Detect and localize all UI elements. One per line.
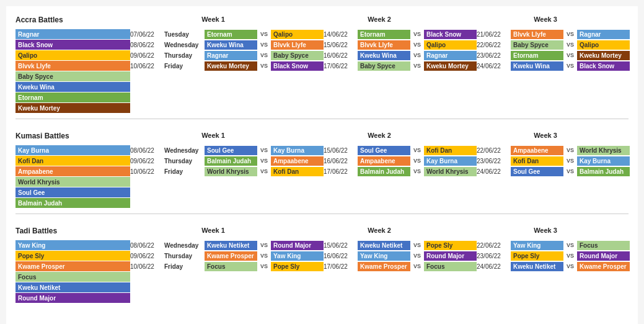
match-date: 17/06/22 <box>324 63 358 70</box>
week-label-kumasi-0: Week 1 <box>130 132 296 143</box>
match-date: 22/06/22 <box>477 42 511 48</box>
match-vs: VS <box>257 147 271 153</box>
match-day: Wednesday <box>164 42 205 48</box>
match-vs: VS <box>410 242 424 248</box>
match-team2: Ragnar <box>577 30 630 39</box>
match-date: 15/06/22 <box>324 42 358 48</box>
match-date: 14/06/22 <box>324 31 358 38</box>
match-team2: Black Snow <box>271 61 324 71</box>
match-date: 08/06/22 <box>130 242 164 249</box>
week-matches-kumasi-1: 15/06/22Soul GeeVSKofi Dan16/06/22Ampaab… <box>324 145 477 209</box>
match-vs: VS <box>410 168 424 174</box>
section-accra: Accra BattlesWeek 1Week 2Week 3RagnarBla… <box>15 16 629 119</box>
page-container: Accra BattlesWeek 1Week 2Week 3RagnarBla… <box>6 6 638 324</box>
player-etornam: Etornam <box>15 92 130 102</box>
match-team2: Round Major <box>577 251 630 261</box>
match-day: Friday <box>164 63 205 70</box>
match-team2: World Khrysis <box>424 167 477 176</box>
week-label-tadi-0: Week 1 <box>130 227 296 238</box>
match-vs: VS <box>563 42 577 48</box>
player-kofi-dan: Kofi Dan <box>15 156 130 166</box>
player-baby-spyce: Baby Spyce <box>15 71 130 81</box>
match-team1: Kweku Wina <box>511 61 563 71</box>
player-balmain-judah: Balmain Judah <box>15 198 130 208</box>
match-date: 23/06/22 <box>477 158 511 164</box>
match-team1: Kweku Wina <box>205 40 257 50</box>
match-team1: Soul Gee <box>358 146 410 155</box>
match-team1: Soul Gee <box>511 167 563 176</box>
match-row: 08/06/22WednesdayKweku WinaVSBlvvk Llyfe <box>130 40 324 50</box>
body-row-accra: RagnarBlack SnowQalipoBlvvk LlyfeBaby Sp… <box>15 29 629 114</box>
player-pope-sly: Pope Sly <box>15 251 130 261</box>
match-date: 09/06/22 <box>130 253 164 259</box>
match-date: 10/06/22 <box>130 63 164 70</box>
section-tadi: Tadi BattlesWeek 1Week 2Week 3Yaw KingPo… <box>15 227 629 304</box>
match-row: 10/06/22FridayKweku MorteyVSBlack Snow <box>130 61 324 71</box>
match-team1: Blvvk Llyfe <box>511 30 563 39</box>
player-qalipo: Qalipo <box>15 50 130 60</box>
match-row: 23/06/22EtornamVSKweku Mortey <box>477 50 630 60</box>
match-team1: Baby Spyce <box>511 40 563 50</box>
match-team1: Yaw King <box>358 251 410 261</box>
match-date: 10/06/22 <box>130 263 164 270</box>
week-matches-kumasi-2: 22/06/22AmpaabeneVSWorld Khrysis23/06/22… <box>477 145 630 209</box>
player-kay-burna: Kay Burna <box>15 145 130 155</box>
match-team1: Ampaabene <box>358 156 410 166</box>
match-row: 17/06/22Balmain JudahVSWorld Khrysis <box>324 166 477 176</box>
section-kumasi: Kumasi BattlesWeek 1Week 2Week 3Kay Burn… <box>15 132 629 214</box>
week-matches-tadi-1: 15/06/22Kweku NetiketVSPope Sly16/06/22Y… <box>324 240 477 304</box>
match-vs: VS <box>563 242 577 248</box>
match-team1: Etornam <box>511 51 563 60</box>
match-date: 09/06/22 <box>130 158 164 164</box>
player-kweku-mortey: Kweku Mortey <box>15 103 130 113</box>
match-team2: Baby Spyce <box>271 51 324 60</box>
match-team2: World Khrysis <box>577 146 630 155</box>
match-date: 09/06/22 <box>130 52 164 59</box>
week-label-tadi-1: Week 2 <box>296 227 462 238</box>
player-blvvk-llyfe: Blvvk Llyfe <box>15 61 130 71</box>
match-row: 22/06/22Baby SpyceVSQalipo <box>477 40 630 50</box>
week-label-kumasi-1: Week 2 <box>296 132 462 143</box>
match-date: 10/06/22 <box>130 168 164 175</box>
match-vs: VS <box>563 253 577 259</box>
body-row-tadi: Yaw KingPope SlyKwame ProsperFocusKweku … <box>15 240 629 304</box>
week-label-accra-0: Week 1 <box>130 16 296 27</box>
match-row: 08/06/22WednesdaySoul GeeVSKay Burna <box>130 145 324 155</box>
match-vs: VS <box>410 253 424 259</box>
match-team2: Round Major <box>424 251 477 261</box>
players-col-kumasi: Kay BurnaKofi DanAmpaabeneWorld KhrysisS… <box>15 145 130 209</box>
match-team1: Blvvk Llyfe <box>358 40 410 50</box>
match-team2: Ragnar <box>424 51 477 60</box>
match-day: Thursday <box>164 158 205 164</box>
player-kweku-wina: Kweku Wina <box>15 82 130 92</box>
section-title-kumasi: Kumasi Battles <box>15 132 130 143</box>
players-col-accra: RagnarBlack SnowQalipoBlvvk LlyfeBaby Sp… <box>15 29 130 114</box>
match-team2: Focus <box>577 241 630 250</box>
match-team1: Kweku Netiket <box>358 241 410 250</box>
match-team2: Qalipo <box>424 40 477 50</box>
match-date: 08/06/22 <box>130 147 164 154</box>
week-matches-kumasi-0: 08/06/22WednesdaySoul GeeVSKay Burna09/0… <box>130 145 324 209</box>
match-vs: VS <box>563 31 577 37</box>
match-team2: Qalipo <box>271 30 324 39</box>
match-row: 22/06/22AmpaabeneVSWorld Khrysis <box>477 145 630 155</box>
match-row: 21/06/22Blvvk LlyfeVSRagnar <box>477 29 630 39</box>
match-team1: Kweku Netiket <box>511 262 563 271</box>
body-row-kumasi: Kay BurnaKofi DanAmpaabeneWorld KhrysisS… <box>15 145 629 209</box>
match-team1: Balmain Judah <box>205 156 257 166</box>
match-date: 17/06/22 <box>324 263 358 270</box>
match-team1: Ampaabene <box>511 146 563 155</box>
match-vs: VS <box>410 158 424 164</box>
match-row: 16/06/22Yaw KingVSRound Major <box>324 251 477 261</box>
match-vs: VS <box>257 242 271 248</box>
match-team2: Focus <box>424 262 477 271</box>
week-label-kumasi-2: Week 3 <box>462 132 629 143</box>
match-team1: Pope Sly <box>511 251 563 261</box>
match-row: 15/06/22Soul GeeVSKofi Dan <box>324 145 477 155</box>
player-black-snow: Black Snow <box>15 40 130 50</box>
match-team2: Black Snow <box>424 30 477 39</box>
match-date: 22/06/22 <box>477 242 511 249</box>
match-date: 23/06/22 <box>477 52 511 59</box>
match-vs: VS <box>410 31 424 37</box>
match-team1: Focus <box>205 262 257 271</box>
